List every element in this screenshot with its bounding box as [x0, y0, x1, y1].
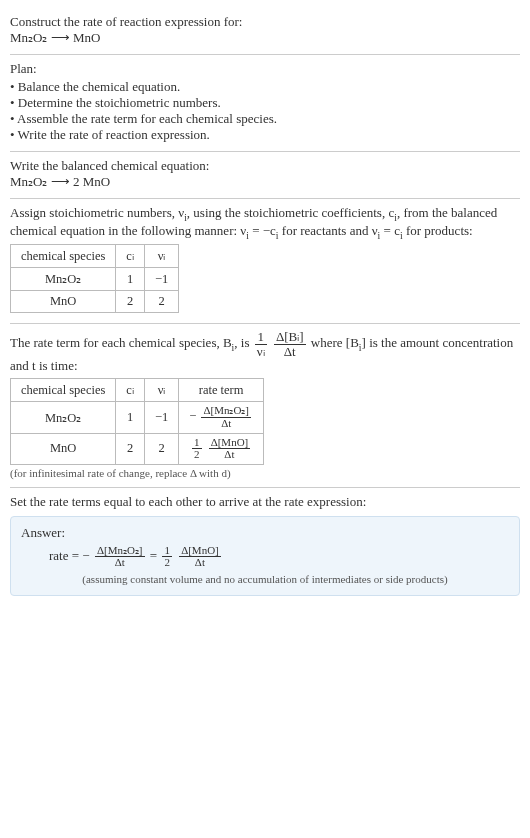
col-ci: cᵢ	[116, 245, 145, 268]
rate-frac-mn2o2: Δ[Mn₂O₂] Δt	[95, 545, 145, 569]
frac-den: νᵢ	[255, 345, 267, 359]
set-equal-text: Set the rate terms equal to each other t…	[10, 494, 520, 510]
unbalanced-equation: Mn₂O₂ ⟶ MnO	[10, 30, 520, 46]
answer-label: Answer:	[21, 525, 509, 541]
frac-one-over-nu: 1 νᵢ	[255, 330, 267, 358]
table-header-row: chemical species cᵢ νᵢ	[11, 245, 179, 268]
balanced-title: Write the balanced chemical equation:	[10, 158, 520, 174]
frac-den: 2	[192, 449, 202, 461]
text: = −c	[249, 223, 276, 238]
balanced-section: Write the balanced chemical equation: Mn…	[10, 152, 520, 198]
col-ci: cᵢ	[116, 379, 145, 402]
cell-ci: 2	[116, 291, 145, 313]
frac-num: 1	[255, 330, 267, 345]
construct-line: Construct the rate of reaction expressio…	[10, 14, 520, 30]
plan-title: Plan:	[10, 61, 520, 77]
col-species: chemical species	[11, 245, 116, 268]
frac-num: Δ[Bᵢ]	[274, 330, 306, 345]
text: for products:	[403, 223, 473, 238]
half-frac: 1 2	[162, 545, 172, 569]
text: , using the stoichiometric coefficients,…	[187, 205, 394, 220]
cell-species: Mn₂O₂	[11, 402, 116, 433]
equals: =	[150, 548, 161, 563]
cell-species: MnO	[11, 433, 116, 464]
col-rate-term: rate term	[179, 379, 264, 402]
rate-frac: Δ[Mn₂O₂] Δt	[201, 405, 251, 429]
frac-den: 2	[162, 557, 172, 569]
text: where [B	[311, 335, 359, 350]
col-vi: νᵢ	[144, 245, 178, 268]
cell-ci: 1	[116, 268, 145, 291]
rate-eq-prefix: rate = −	[49, 548, 90, 563]
cell-vi: −1	[144, 402, 178, 433]
answer-box: Answer: rate = − Δ[Mn₂O₂] Δt = 1 2 Δ[MnO…	[10, 516, 520, 596]
rate-term-text: The rate term for each chemical species,…	[10, 330, 520, 374]
infinitesimal-note: (for infinitesimal rate of change, repla…	[10, 467, 520, 479]
plan-list: Balance the chemical equation. Determine…	[10, 79, 520, 143]
table-row: MnO 2 2 1 2 Δ[MnO] Δt	[11, 433, 264, 464]
frac-delta-b: Δ[Bᵢ] Δt	[274, 330, 306, 358]
cell-vi: −1	[144, 268, 178, 291]
coef-frac: 1 2	[192, 437, 202, 461]
cell-ci: 1	[116, 402, 145, 433]
cell-vi: 2	[144, 433, 178, 464]
table-header-row: chemical species cᵢ νᵢ rate term	[11, 379, 264, 402]
rate-term-table: chemical species cᵢ νᵢ rate term Mn₂O₂ 1…	[10, 378, 264, 464]
assign-text: Assign stoichiometric numbers, νi, using…	[10, 205, 520, 240]
cell-species: MnO	[11, 291, 116, 313]
set-equal-section: Set the rate terms equal to each other t…	[10, 488, 520, 604]
cell-vi: 2	[144, 291, 178, 313]
plan-section: Plan: Balance the chemical equation. Det…	[10, 55, 520, 151]
plan-item: Write the rate of reaction expression.	[10, 127, 520, 143]
neg-sign: −	[189, 409, 196, 423]
text: Assign stoichiometric numbers, ν	[10, 205, 184, 220]
col-vi: νᵢ	[144, 379, 178, 402]
balanced-equation: Mn₂O₂ ⟶ 2 MnO	[10, 174, 520, 190]
text: , is	[234, 335, 252, 350]
table-row: Mn₂O₂ 1 −1	[11, 268, 179, 291]
stoich-table: chemical species cᵢ νᵢ Mn₂O₂ 1 −1 MnO 2 …	[10, 244, 179, 313]
frac-den: Δt	[95, 557, 145, 569]
cell-rate-term: 1 2 Δ[MnO] Δt	[179, 433, 264, 464]
frac-den: Δt	[209, 449, 251, 461]
rate-frac-mno: Δ[MnO] Δt	[179, 545, 221, 569]
rate-term-section: The rate term for each chemical species,…	[10, 324, 520, 486]
cell-rate-term: − Δ[Mn₂O₂] Δt	[179, 402, 264, 433]
cell-species: Mn₂O₂	[11, 268, 116, 291]
text: for reactants and ν	[279, 223, 378, 238]
answer-equation: rate = − Δ[Mn₂O₂] Δt = 1 2 Δ[MnO] Δt	[21, 545, 509, 569]
table-row: MnO 2 2	[11, 291, 179, 313]
problem-header: Construct the rate of reaction expressio…	[10, 8, 520, 54]
plan-item: Determine the stoichiometric numbers.	[10, 95, 520, 111]
frac-den: Δt	[274, 345, 306, 359]
frac-den: Δt	[179, 557, 221, 569]
col-species: chemical species	[11, 379, 116, 402]
plan-item: Assemble the rate term for each chemical…	[10, 111, 520, 127]
frac-den: Δt	[201, 418, 251, 430]
assign-section: Assign stoichiometric numbers, νi, using…	[10, 199, 520, 323]
text: The rate term for each chemical species,…	[10, 335, 232, 350]
answer-assumption: (assuming constant volume and no accumul…	[21, 573, 509, 585]
plan-item: Balance the chemical equation.	[10, 79, 520, 95]
text: = c	[380, 223, 400, 238]
rate-frac: Δ[MnO] Δt	[209, 437, 251, 461]
cell-ci: 2	[116, 433, 145, 464]
table-row: Mn₂O₂ 1 −1 − Δ[Mn₂O₂] Δt	[11, 402, 264, 433]
